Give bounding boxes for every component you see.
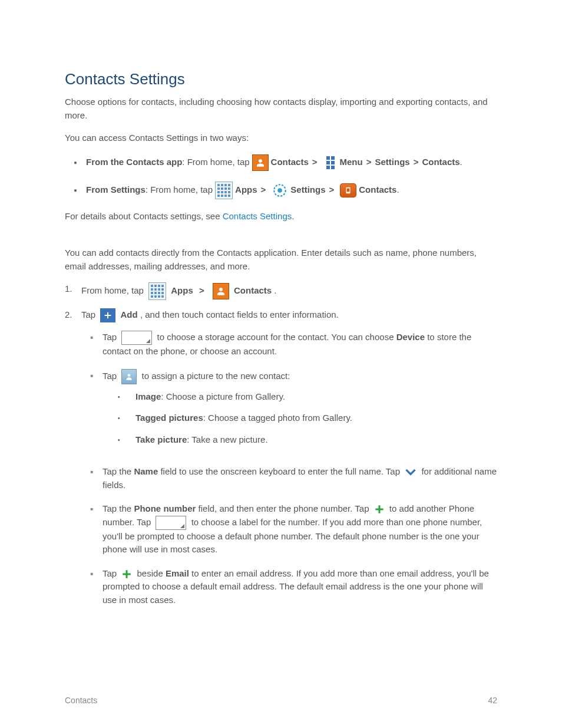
- chevron-down-icon: [405, 468, 416, 476]
- label-device: Device: [396, 332, 425, 342]
- chevron-right-icon: >: [312, 156, 318, 169]
- square-bullet-icon: ■: [81, 567, 103, 607]
- square-bullet-icon: ■: [81, 502, 103, 556]
- page-title: Contacts Settings: [65, 68, 497, 91]
- add-intro: You can add contacts directly from the C…: [65, 246, 497, 273]
- chevron-right-icon: >: [329, 183, 335, 197]
- picture-option-image: • Image: Choose a picture from Gallery.: [118, 390, 497, 404]
- contacts-settings-link[interactable]: Contacts Settings: [223, 211, 292, 221]
- bullet-dot-icon: ●: [65, 160, 86, 166]
- label-apps: Apps: [171, 285, 193, 295]
- label-settings: Settings: [290, 183, 325, 197]
- label-contacts: Contacts: [234, 285, 272, 295]
- chevron-right-icon: >: [261, 183, 266, 197]
- overflow-menu-icon: [323, 156, 338, 170]
- contacts-app-icon: [252, 154, 269, 171]
- substep-picture: ■ Tap to assign a picture to the new con…: [81, 369, 497, 455]
- bullet-from-contacts: ● From the Contacts app : From home, tap…: [65, 154, 497, 171]
- picture-option-take: • Take picture: Take a new picture.: [118, 433, 497, 447]
- label-name-field: Name: [134, 466, 158, 476]
- text-from-home-tap: : From home, tap: [146, 183, 213, 197]
- footer-section-name: Contacts: [65, 694, 97, 707]
- label-add: Add: [121, 309, 138, 319]
- substep-storage: ■ Tap to choose a storage account for th…: [81, 331, 497, 358]
- svg-rect-3: [347, 188, 350, 192]
- step-2: 2. Tap Add , and then touch contact fiel…: [65, 308, 497, 617]
- svg-point-1: [278, 188, 283, 193]
- account-dropdown-icon: [121, 331, 152, 345]
- picture-option-tagged: • Tagged pictures: Choose a tagged photo…: [118, 411, 497, 425]
- access-intro: You can access Contacts Settings in two …: [65, 131, 497, 145]
- label-contacts-word: Contacts: [422, 156, 459, 169]
- label-phone-number-field: Phone number: [134, 503, 196, 513]
- square-bullet-icon: ■: [81, 369, 103, 455]
- apps-grid-icon: [148, 282, 166, 300]
- add-contact-icon: [100, 308, 115, 322]
- bullet-from-settings: ● From Settings : From home, tap Apps >: [65, 182, 497, 199]
- bullet-dot-icon: •: [118, 411, 135, 425]
- bullet-dot-icon: •: [118, 390, 135, 404]
- substep-phone-field: ■ Tap the Phone number field, and then e…: [81, 502, 497, 556]
- label-from-contacts-app: From the Contacts app: [86, 156, 182, 169]
- gear-icon: [272, 182, 288, 199]
- bullet-dot-icon: ●: [65, 187, 86, 193]
- step-1: 1. From home, tap Apps > Contacts: [65, 282, 497, 300]
- chevron-right-icon: >: [366, 156, 372, 169]
- svg-point-4: [128, 374, 131, 377]
- chevron-right-icon: >: [414, 156, 419, 169]
- label-email-field: Email: [166, 568, 189, 578]
- square-bullet-icon: ■: [81, 465, 103, 492]
- application-manager-icon: [340, 183, 356, 197]
- label-menu: Menu: [340, 156, 363, 169]
- contacts-app-icon: [213, 283, 229, 299]
- label-from-settings: From Settings: [86, 183, 146, 197]
- phone-label-dropdown-icon: [156, 516, 186, 530]
- apps-grid-icon: [215, 182, 233, 199]
- intro-text: Choose options for contacts, including c…: [65, 95, 497, 122]
- label-contacts: Contacts: [359, 183, 396, 197]
- label-apps: Apps: [235, 183, 257, 197]
- label-settings: Settings: [375, 156, 409, 169]
- text-from-home-tap: : From home, tap: [182, 156, 249, 169]
- bullet-dot-icon: •: [118, 433, 135, 447]
- chevron-right-icon: >: [199, 285, 204, 295]
- square-bullet-icon: ■: [81, 331, 103, 358]
- label-contacts: Contacts: [271, 156, 309, 169]
- step-number: 2.: [65, 308, 81, 617]
- details-line: For details about Contacts settings, see…: [65, 210, 497, 223]
- footer-page-number: 42: [488, 694, 497, 707]
- contact-photo-icon: [121, 369, 137, 384]
- substep-name-field: ■ Tap the Name field to use the onscreen…: [81, 465, 497, 492]
- substep-email-field: ■ Tap beside Email to enter an email add…: [81, 567, 497, 607]
- add-field-icon: [374, 504, 385, 515]
- add-field-icon: [121, 569, 132, 579]
- step-number: 1.: [65, 282, 81, 300]
